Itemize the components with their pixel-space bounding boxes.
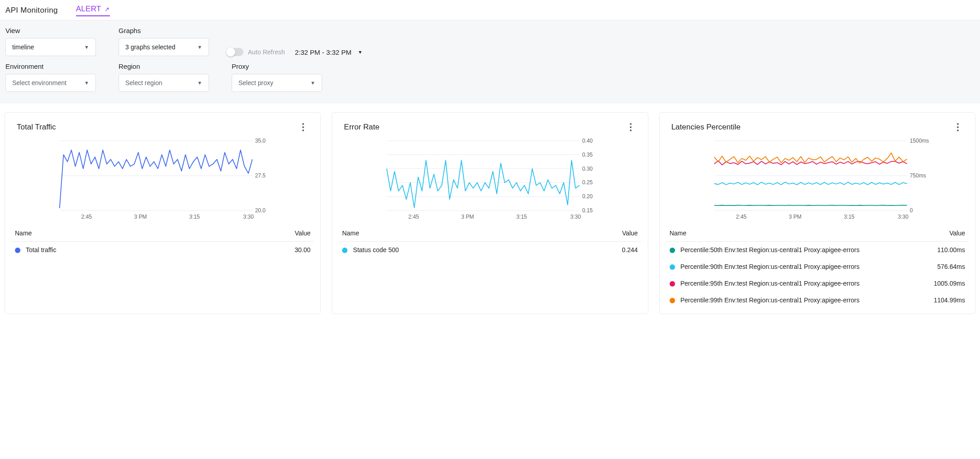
legend-header-value: Value — [890, 225, 969, 242]
filter-region-label: Region — [119, 62, 209, 70]
filters-row-1: View timeline ▼ Graphs 3 graphs selected… — [5, 27, 975, 56]
legend-series-name: Percentile:90th Env:test Region:us-centr… — [666, 258, 890, 275]
card-error-rate: Error Rate 0.150.200.250.300.350.402:453… — [332, 112, 648, 314]
legend-header-value: Value — [561, 225, 642, 242]
chevron-down-icon: ▾ — [359, 49, 362, 55]
legend-series-value: 0.244 — [561, 242, 642, 258]
card-latencies: Latencies Percentile 0750ms1500ms2:453 P… — [659, 112, 975, 314]
svg-text:3:30: 3:30 — [243, 214, 254, 220]
view-select-value: timeline — [12, 43, 34, 51]
proxy-select[interactable]: Select proxy ▼ — [232, 74, 322, 92]
tab-alert[interactable]: ALERT ↗ — [76, 5, 110, 16]
card-total-traffic-menu[interactable] — [298, 122, 309, 133]
legend-row: Total traffic30.00 — [11, 242, 314, 258]
graphs-select-value: 3 graphs selected — [125, 43, 176, 51]
series-color-icon — [670, 248, 675, 253]
filter-view: View timeline ▼ — [5, 27, 96, 56]
filter-region: Region Select region ▼ — [119, 62, 209, 92]
svg-text:1500ms: 1500ms — [909, 138, 929, 144]
legend-header-name: Name — [666, 225, 890, 242]
chart-latencies: 0750ms1500ms2:453 PM3:153:30 — [660, 133, 975, 222]
svg-text:2:45: 2:45 — [81, 214, 92, 220]
region-select[interactable]: Select region ▼ — [119, 74, 209, 92]
svg-text:0.40: 0.40 — [582, 138, 593, 144]
svg-text:3 PM: 3 PM — [134, 214, 147, 220]
card-error-rate-title: Error Rate — [344, 123, 379, 132]
svg-text:2:45: 2:45 — [736, 214, 747, 220]
svg-text:3:15: 3:15 — [844, 214, 855, 220]
chart-error-rate: 0.150.200.250.300.350.402:453 PM3:153:30 — [332, 133, 647, 222]
charts-grid: Total Traffic 20.027.535.02:453 PM3:153:… — [0, 103, 980, 323]
legend-latencies[interactable]: Name Value Percentile:50th Env:test Regi… — [660, 222, 975, 314]
time-range-value: 2:32 PM - 3:32 PM — [295, 48, 352, 56]
filter-view-label: View — [5, 27, 96, 34]
legend-series-value: 30.00 — [217, 242, 314, 258]
series-color-icon — [15, 248, 20, 253]
auto-refresh-toggle[interactable] — [227, 48, 243, 56]
top-tabs: API Monitoring ALERT ↗ — [0, 0, 980, 20]
card-total-traffic: Total Traffic 20.027.535.02:453 PM3:153:… — [5, 112, 321, 314]
view-select[interactable]: timeline ▼ — [5, 38, 96, 56]
chevron-down-icon: ▼ — [84, 80, 89, 86]
legend-row: Percentile:99th Env:test Region:us-centr… — [666, 292, 969, 309]
svg-text:3:15: 3:15 — [189, 214, 200, 220]
card-error-rate-menu[interactable] — [625, 122, 636, 133]
auto-refresh-label: Auto Refresh — [248, 48, 285, 56]
legend-series-name: Status code 500 — [338, 242, 561, 258]
tab-api-monitoring[interactable]: API Monitoring — [5, 6, 58, 15]
chevron-down-icon: ▼ — [310, 80, 315, 86]
filters-panel: View timeline ▼ Graphs 3 graphs selected… — [0, 20, 980, 103]
legend-header-name: Name — [11, 225, 217, 242]
series-color-icon — [670, 264, 675, 270]
time-range-select[interactable]: 2:32 PM - 3:32 PM ▾ — [295, 48, 362, 56]
filter-proxy-label: Proxy — [232, 62, 322, 70]
legend-error-rate: Name Value Status code 5000.244 — [332, 222, 647, 314]
svg-text:3:30: 3:30 — [898, 214, 909, 220]
svg-text:3 PM: 3 PM — [789, 214, 801, 220]
filter-proxy: Proxy Select proxy ▼ — [232, 62, 322, 92]
legend-series-name: Percentile:50th Env:test Region:us-centr… — [666, 242, 890, 258]
svg-text:3:30: 3:30 — [571, 214, 581, 220]
svg-text:0.15: 0.15 — [582, 207, 593, 214]
legend-header-name: Name — [338, 225, 561, 242]
chart-total-traffic: 20.027.535.02:453 PM3:153:30 — [5, 133, 320, 222]
filter-auto-refresh: Auto Refresh 2:32 PM - 3:32 PM ▾ — [232, 48, 362, 56]
legend-series-value: 1005.09ms — [890, 275, 969, 292]
card-total-traffic-title: Total Traffic — [17, 123, 56, 132]
svg-text:20.0: 20.0 — [255, 207, 266, 214]
environment-select-placeholder: Select environment — [12, 79, 67, 86]
legend-series-value: 576.64ms — [890, 258, 969, 275]
svg-text:0.25: 0.25 — [582, 179, 593, 186]
svg-text:0.35: 0.35 — [582, 152, 593, 158]
filter-graphs: Graphs 3 graphs selected ▼ — [119, 27, 209, 56]
card-latencies-title: Latencies Percentile — [671, 123, 741, 132]
filter-graphs-label: Graphs — [119, 27, 209, 34]
series-color-icon — [342, 248, 347, 253]
legend-total-traffic: Name Value Total traffic30.00 — [5, 222, 320, 314]
environment-select[interactable]: Select environment ▼ — [5, 74, 96, 92]
legend-series-name: Total traffic — [11, 242, 217, 258]
chevron-down-icon: ▼ — [197, 44, 202, 50]
external-link-icon: ↗ — [105, 6, 109, 13]
svg-text:27.5: 27.5 — [255, 172, 266, 179]
legend-series-value: 1104.99ms — [890, 292, 969, 309]
proxy-select-placeholder: Select proxy — [238, 79, 273, 86]
legend-row: Percentile:90th Env:test Region:us-centr… — [666, 258, 969, 275]
svg-text:750ms: 750ms — [909, 172, 926, 179]
legend-row: Status code 5000.244 — [338, 242, 641, 258]
filters-row-2: Environment Select environment ▼ Region … — [5, 62, 975, 92]
legend-series-name: Percentile:95th Env:test Region:us-centr… — [666, 275, 890, 292]
series-color-icon — [670, 281, 675, 287]
svg-text:3:15: 3:15 — [517, 214, 528, 220]
legend-header-value: Value — [217, 225, 314, 242]
chevron-down-icon: ▼ — [84, 44, 89, 50]
series-color-icon — [670, 298, 675, 303]
card-latencies-menu[interactable] — [952, 122, 963, 133]
svg-text:2:45: 2:45 — [409, 214, 419, 220]
svg-text:3 PM: 3 PM — [461, 214, 474, 220]
filter-environment: Environment Select environment ▼ — [5, 62, 96, 92]
region-select-placeholder: Select region — [125, 79, 162, 86]
legend-row: Percentile:95th Env:test Region:us-centr… — [666, 275, 969, 292]
svg-text:0: 0 — [909, 207, 913, 214]
graphs-select[interactable]: 3 graphs selected ▼ — [119, 38, 209, 56]
